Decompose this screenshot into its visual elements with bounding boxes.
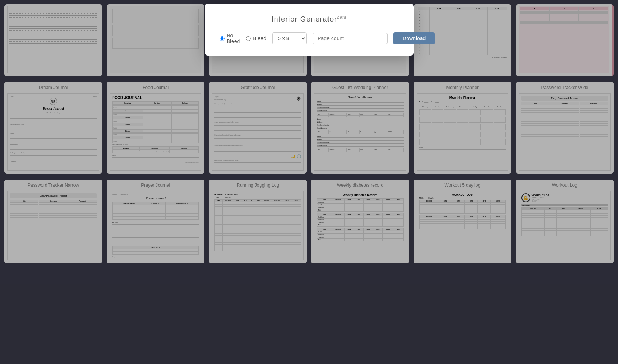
no-bleed-radio[interactable]: [220, 36, 225, 41]
bleed-label[interactable]: Bleed: [253, 35, 266, 41]
no-bleed-group: No Bleed: [220, 32, 240, 44]
modal-title: Interior Generatorbeta: [220, 15, 399, 23]
bleed-radio[interactable]: [246, 36, 251, 41]
modal-overlay: Interior Generatorbeta No Bleed Bleed 5 …: [0, 0, 618, 364]
download-button[interactable]: Download: [393, 32, 435, 44]
no-bleed-label[interactable]: No Bleed: [227, 32, 240, 44]
page-count-input[interactable]: [313, 33, 388, 44]
bleed-group: Bleed: [246, 35, 266, 41]
modal-controls: No Bleed Bleed 5 x 8 6 x 9 8.5 x 11 Down…: [220, 32, 399, 44]
interior-generator-modal: Interior Generatorbeta No Bleed Bleed 5 …: [205, 4, 414, 56]
size-select[interactable]: 5 x 8 6 x 9 8.5 x 11: [272, 32, 307, 44]
